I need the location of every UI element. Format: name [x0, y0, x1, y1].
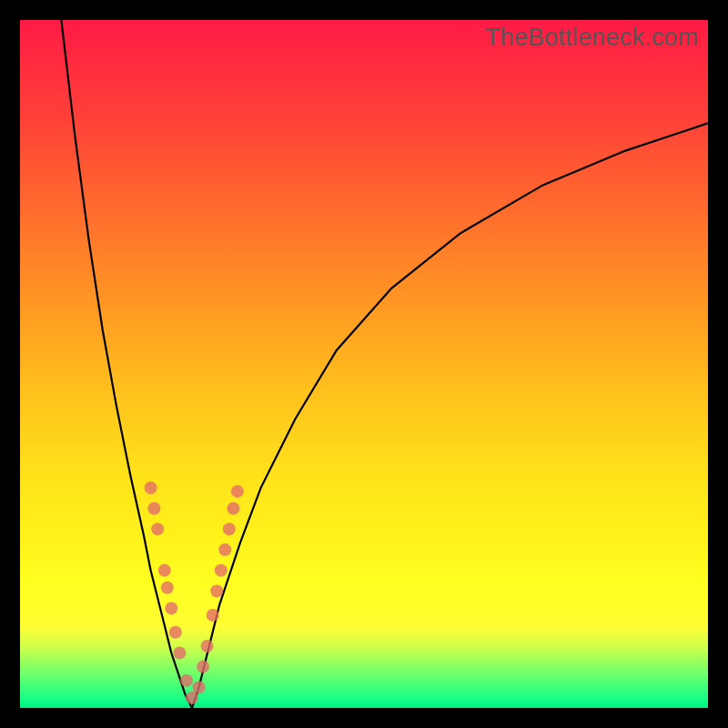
marker-point: [161, 581, 174, 594]
chart-svg: [20, 20, 708, 708]
marker-point: [145, 481, 157, 494]
chart-frame: TheBottleneck.com: [0, 0, 728, 728]
marker-point: [218, 543, 231, 556]
marker-point: [169, 626, 182, 639]
marker-point: [231, 485, 244, 498]
marker-group: [145, 481, 244, 704]
marker-point: [197, 661, 209, 673]
marker-point: [186, 692, 198, 704]
marker-point: [223, 522, 236, 535]
marker-point: [173, 647, 186, 660]
marker-point: [151, 522, 164, 535]
marker-point: [207, 609, 219, 622]
marker-point: [210, 585, 223, 598]
plot-area: TheBottleneck.com: [20, 20, 708, 708]
marker-point: [165, 602, 177, 614]
right-curve: [192, 123, 708, 708]
marker-point: [158, 564, 171, 577]
marker-point: [180, 674, 193, 687]
marker-point: [193, 681, 206, 693]
marker-point: [147, 502, 160, 515]
marker-point: [227, 502, 239, 515]
marker-point: [215, 564, 228, 577]
marker-point: [201, 640, 214, 652]
